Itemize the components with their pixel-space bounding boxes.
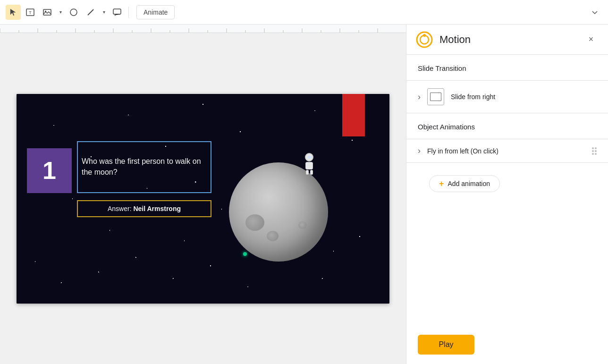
transition-icon-box <box>427 88 444 105</box>
animation-item-row[interactable]: › Fly in from left (On click) <box>406 139 608 163</box>
svg-line-5 <box>88 9 93 15</box>
drag-handle-icon[interactable] <box>592 147 597 155</box>
plus-icon: + <box>439 179 444 188</box>
ruler <box>0 25 406 33</box>
slide-transition-title: Slide Transition <box>418 64 466 72</box>
moon-crater-1 <box>245 214 264 231</box>
line-dropdown[interactable]: ▾ <box>100 5 108 20</box>
add-animation-label: Add animation <box>448 180 490 187</box>
answer-value: Neil Armstrong <box>133 205 181 212</box>
animation-item-label: Fly in from left (On click) <box>427 147 585 155</box>
astronaut-body <box>305 162 313 169</box>
slide-transition-section: Slide Transition <box>406 55 608 81</box>
question-box[interactable]: Who was the first person to walk on the … <box>77 141 211 193</box>
svg-rect-6 <box>113 9 121 14</box>
animate-button[interactable]: Animate <box>136 5 175 19</box>
panel-header: Motion × <box>406 25 608 55</box>
add-animation-area: + Add animation <box>406 163 608 203</box>
image-dropdown[interactable]: ▾ <box>57 5 64 20</box>
transition-row[interactable]: › Slide from right <box>406 81 608 113</box>
question-text: Who was the first person to walk on the … <box>82 156 207 178</box>
astronaut-leg-left <box>306 170 309 175</box>
animation-chevron-icon[interactable]: › <box>418 146 421 156</box>
toolbar-divider <box>128 7 129 18</box>
slide-background <box>17 94 389 304</box>
slide[interactable]: 1 Who was the first person to walk on th… <box>17 94 389 304</box>
toolbar-collapse[interactable] <box>587 5 602 20</box>
svg-marker-7 <box>115 14 117 16</box>
astronaut-visor <box>307 156 312 159</box>
main-area: 1 Who was the first person to walk on th… <box>0 25 608 364</box>
object-animations-title: Object Animations <box>418 123 475 131</box>
right-panel: Motion × Slide Transition › Slide from r… <box>406 25 608 364</box>
line-tool[interactable] <box>83 5 98 20</box>
panel-title: Motion <box>439 34 583 46</box>
panel-close-button[interactable]: × <box>583 32 599 47</box>
moon-crater-3 <box>298 221 307 229</box>
canvas-area: 1 Who was the first person to walk on th… <box>0 25 406 364</box>
text-tool[interactable]: T <box>23 5 38 20</box>
slide-area[interactable]: 1 Who was the first person to walk on th… <box>0 33 406 364</box>
astronaut-legs <box>302 170 316 175</box>
green-dot <box>243 252 247 256</box>
image-tool-btn[interactable] <box>40 5 55 20</box>
select-tool[interactable] <box>6 5 21 20</box>
slide-number: 1 <box>42 156 56 185</box>
shape-tool[interactable] <box>66 5 81 20</box>
answer-prefix: Answer: <box>108 205 133 212</box>
panel-spacer <box>406 203 608 335</box>
astronaut-leg-right <box>310 170 313 175</box>
svg-point-32 <box>423 34 426 37</box>
astronaut-helmet <box>305 153 313 161</box>
object-animations-section: Object Animations <box>406 113 608 139</box>
answer-box[interactable]: Answer: Neil Armstrong <box>77 200 211 217</box>
add-animation-button[interactable]: + Add animation <box>429 175 500 192</box>
toolbar: T ▾ ▾ Animate <box>0 0 608 25</box>
transition-slide-icon <box>430 93 441 101</box>
moon-graphic <box>229 162 328 262</box>
moon-crater-2 <box>267 231 279 241</box>
red-rectangle[interactable] <box>342 94 365 136</box>
comment-tool[interactable] <box>110 5 125 20</box>
svg-point-4 <box>70 9 77 16</box>
svg-rect-2 <box>43 9 51 15</box>
astronaut-graphic <box>302 153 316 174</box>
answer-text: Answer: Neil Armstrong <box>108 205 181 212</box>
motion-logo-icon <box>416 31 433 48</box>
number-box[interactable]: 1 <box>27 148 72 193</box>
svg-text:T: T <box>29 10 32 15</box>
transition-chevron-icon[interactable]: › <box>418 92 421 102</box>
transition-label: Slide from right <box>451 93 495 101</box>
play-button[interactable]: Play <box>418 335 474 355</box>
